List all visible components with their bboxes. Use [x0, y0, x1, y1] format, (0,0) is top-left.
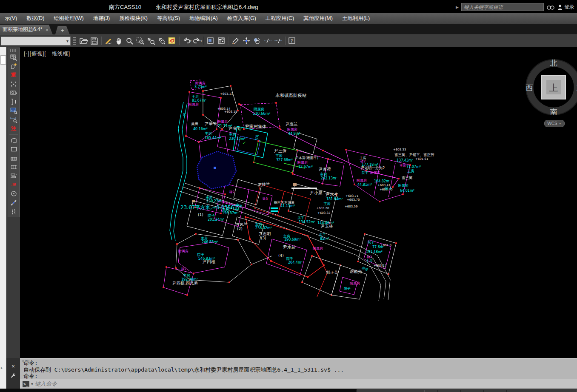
palette-mini-box[interactable] — [0, 55, 6, 65]
command-close-icon[interactable]: × — [11, 363, 15, 369]
help-search-input[interactable] — [461, 3, 544, 11]
table-columns-icon[interactable] — [9, 162, 18, 171]
chevron-down-icon[interactable]: ▼ — [31, 382, 33, 386]
file-name: 永和村委尹家村房屋面积宗地图总6.4.dwg — [156, 4, 258, 10]
menu-item-10[interactable]: 土地利用(L) — [337, 13, 374, 24]
node-arrow-icon[interactable] — [9, 198, 18, 207]
svg-text:房子: 房子 — [319, 233, 326, 237]
menu-item-5[interactable]: 等高线(S) — [152, 13, 185, 24]
map-canvas[interactable]: 永和镇畜防疫站尹家村集体附属房110.66m²尹惠兰附属房44.9m²+603.… — [20, 47, 577, 358]
menu-item-0[interactable]: 示(V) — [0, 13, 22, 24]
svg-text:郭正英: 郭正英 — [326, 270, 338, 275]
menu-item-6[interactable]: 地物编辑(A) — [185, 13, 223, 24]
annotate-tool-label[interactable]: 注 — [9, 124, 18, 133]
file-tab-bar: 面积宗地图总6.4* × + — [0, 24, 577, 34]
code-search-icon[interactable] — [9, 53, 18, 62]
svg-text:23.67平方米,≈0.0356亩: 23.67平方米,≈0.0356亩 — [180, 205, 240, 210]
search-collapse-icon[interactable]: ▶ — [456, 5, 459, 9]
svg-text:+603.71: +603.71 — [346, 194, 358, 198]
command-prompt-icon[interactable]: >_ — [23, 381, 29, 387]
marker-pencil-icon[interactable] — [103, 36, 114, 46]
redline-markup-icon[interactable] — [167, 36, 177, 46]
command-line-panel[interactable]: 命令:自动保存到 C:\Users\Administrator\appdata\… — [20, 358, 577, 389]
viewport-controls[interactable]: [-][俯视][二维线框] — [24, 50, 70, 57]
command-input-placeholder[interactable]: 键入命令 — [35, 380, 57, 388]
command-input-row[interactable]: >_ ▼ 键入命令 — [20, 379, 577, 389]
plot-settings-icon[interactable] — [216, 36, 227, 46]
svg-text:+603.28: +603.28 — [316, 207, 329, 210]
open-button[interactable] — [78, 36, 89, 46]
copy-rotate-icon[interactable] — [251, 36, 262, 46]
svg-text:附属房: 附属房 — [189, 102, 199, 106]
polygon-tool-icon[interactable] — [9, 136, 18, 145]
svg-text:雷三英、尹锡平、雷正芳: 雷三英、尹锡平、雷正芳 — [394, 153, 434, 157]
tab-close-icon[interactable]: × — [46, 27, 48, 32]
menu-item-4[interactable]: 质检模块(K) — [114, 13, 152, 24]
drawing-tab[interactable]: 面积宗地图总6.4* × — [0, 25, 53, 34]
zoom-window-icon[interactable] — [135, 36, 146, 46]
move-icon[interactable] — [241, 36, 251, 46]
wavy-lines-icon[interactable] — [9, 207, 18, 216]
menu-item-3[interactable]: 地籍(J) — [89, 13, 115, 24]
save-button[interactable] — [89, 36, 100, 46]
wrench-icon[interactable] — [10, 373, 16, 379]
bench-swap-icon[interactable] — [9, 171, 18, 180]
login-button[interactable]: 登录 — [557, 3, 574, 11]
edit-verify-icon[interactable] — [9, 62, 18, 71]
svg-text:尹桂兰: 尹桂兰 — [258, 182, 270, 187]
drawing-canvas[interactable]: [-][俯视][二维线框] 永和镇畜防疫站尹家村集体附属房110.66m²尹惠兰… — [20, 47, 577, 358]
camera-rotate-icon[interactable] — [9, 88, 18, 97]
menu-item-2[interactable]: 绘图处理(W) — [49, 13, 89, 24]
toolbar-grip[interactable] — [73, 37, 76, 45]
svg-text:附属房: 附属房 — [398, 184, 408, 187]
selection-dots-icon[interactable] — [9, 80, 18, 88]
palette-grip[interactable] — [10, 49, 17, 52]
svg-text:242.13m²: 242.13m² — [321, 176, 337, 180]
binoculars-icon[interactable] — [546, 4, 555, 10]
zoom-icon[interactable] — [124, 36, 135, 46]
svg-text:院子: 院子 — [385, 186, 392, 190]
redo-button[interactable] — [191, 36, 202, 46]
section-h-icon[interactable] — [9, 97, 18, 106]
svg-text:附属房: 附属房 — [178, 249, 189, 253]
dot9-tool-label[interactable]: .9! — [9, 180, 18, 189]
svg-text:院子: 院子 — [344, 287, 351, 290]
circle-dot-icon[interactable] — [9, 189, 18, 198]
match-properties-icon[interactable] — [230, 36, 241, 46]
pan-hand-icon[interactable] — [114, 36, 124, 46]
svg-text:附属房: 附属房 — [350, 281, 360, 285]
help-button[interactable]: ? — [287, 36, 297, 46]
svg-text:(4): (4) — [278, 253, 284, 258]
menu-item-7[interactable]: 检查入库(G) — [223, 13, 261, 24]
xy-locate-icon[interactable]: x,y — [9, 106, 18, 115]
dimension-search-icon[interactable] — [9, 115, 18, 124]
svg-text:110.66m²: 110.66m² — [253, 111, 270, 116]
svg-text:164.82m²: 164.82m² — [374, 179, 391, 183]
menu-item-1[interactable]: 数据(D) — [22, 13, 49, 24]
app-name: 南方CASS10 — [109, 4, 141, 10]
collapsed-palette-strip-bottom[interactable]: ▸ — [0, 358, 6, 389]
menu-item-9[interactable]: 其他应用(M) — [299, 13, 337, 24]
zoom-previous-icon[interactable] — [156, 36, 167, 46]
menu-item-8[interactable]: 工程应用(C) — [261, 13, 299, 24]
chevron-down-icon: ▼ — [559, 122, 562, 125]
collapsed-palette-strip[interactable] — [0, 47, 6, 358]
wcs-selector[interactable]: WCS▼ — [544, 120, 565, 127]
view-cube[interactable]: 北 南 西 东 上 — [518, 51, 577, 119]
new-tab-button[interactable]: + — [55, 26, 70, 34]
flyout-arrow-icon[interactable]: ▸ — [1, 366, 3, 370]
plot-preview-icon[interactable] — [206, 36, 216, 46]
workspace-dropdown[interactable]: ▾ — [1, 37, 71, 45]
login-label: 登录 — [564, 3, 574, 11]
break-line-icon[interactable] — [262, 36, 273, 46]
table-rows-icon[interactable] — [9, 153, 18, 162]
svg-text:85m²: 85m² — [320, 237, 329, 241]
repeat-tool-label[interactable]: 重 — [9, 71, 18, 80]
zoom-scale-icon[interactable] — [146, 36, 156, 46]
svg-text:201.24m²: 201.24m² — [208, 218, 224, 222]
rectangle-tool-icon[interactable] — [9, 145, 18, 153]
cass-tool-palette: 重 x,y 注 .9! — [8, 48, 20, 217]
command-grip[interactable] — [22, 360, 29, 362]
svg-text:71.07m²: 71.07m² — [406, 165, 421, 169]
join-line-icon[interactable] — [273, 36, 283, 46]
